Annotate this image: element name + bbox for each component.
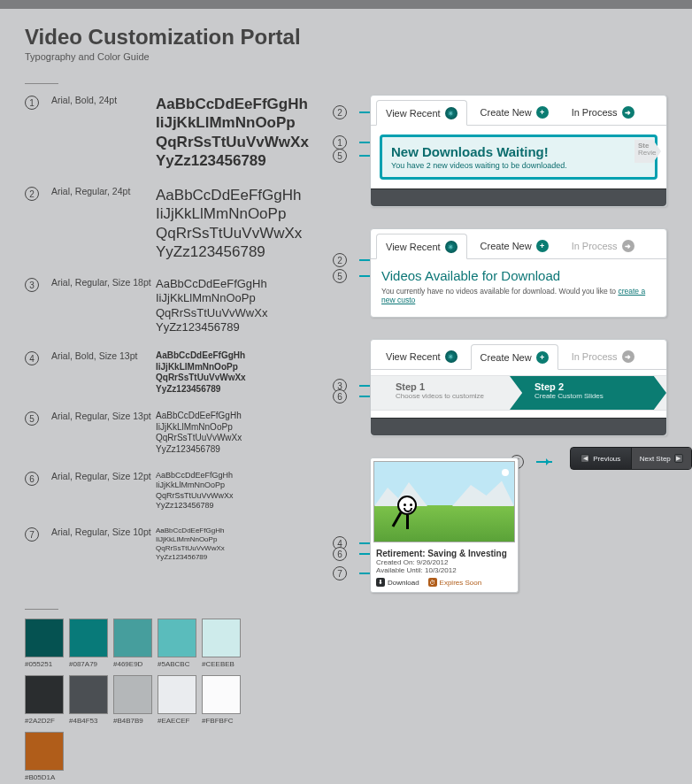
process-icon xyxy=(622,106,634,119)
swatch-label: #CEEBEB xyxy=(202,660,241,668)
swatch-color xyxy=(202,619,241,657)
tab-view-recent-2[interactable]: View Recent xyxy=(376,234,467,259)
top-accent-bar xyxy=(0,0,692,9)
plus-icon: + xyxy=(536,240,549,252)
download-icon: ⬇ xyxy=(376,578,385,587)
divider xyxy=(25,609,58,610)
panel-footer xyxy=(371,418,666,435)
tabs-2: View Recent Create New+ In Process xyxy=(371,229,666,259)
recent-icon xyxy=(445,350,457,363)
spec-sample: AaBbCcDdEeFfGgHhIiJjKkLlMmNnOoPpQqRrSsTt… xyxy=(156,527,225,562)
tab-in-process[interactable]: In Process xyxy=(562,99,644,125)
spec-number-badge: 7 xyxy=(25,527,39,542)
example-panel-3: View Recent Create New+ In Process Step … xyxy=(370,339,667,436)
notification-desc: You have 2 new videos waiting to be down… xyxy=(391,161,646,170)
spec-label: Arial, Bold, 24pt xyxy=(51,95,156,107)
spec-label: Arial, Regular, Size 13pt xyxy=(51,411,156,423)
type-spec-row: 4Arial, Bold, Size 13ptAaBbCcDdEeFfGgHhI… xyxy=(25,350,317,395)
notification-banner: ✕ New Downloads Waiting! You have 2 new … xyxy=(380,135,657,180)
step-2[interactable]: Step 2 Create Custom Slides xyxy=(510,376,666,410)
color-swatch: #B05D1A xyxy=(25,732,64,781)
swatch-color xyxy=(69,619,108,657)
video-thumbnail xyxy=(373,461,515,542)
notification-title: New Downloads Waiting! xyxy=(391,144,646,159)
step-indicator: Step 1 Choose videos to customize Step 2… xyxy=(371,375,666,411)
previous-button[interactable]: ◀Previous xyxy=(571,448,631,469)
color-swatch: #CEEBEB xyxy=(202,619,241,668)
type-spec-row: 2Arial, Regular, 24ptAaBbCcDdEeFfGgHhIiJ… xyxy=(25,186,317,261)
swatch-color xyxy=(113,619,152,657)
swatch-label: #4B4F53 xyxy=(69,717,108,725)
swatch-color xyxy=(113,675,152,714)
swatch-label: #469E9D xyxy=(113,660,152,668)
panel2-desc: You currently have no videos available f… xyxy=(381,287,656,304)
tab-in-process-3[interactable]: In Process xyxy=(562,343,644,369)
spec-number-badge: 1 xyxy=(25,96,39,110)
divider xyxy=(25,83,58,84)
swatch-label: #FBFBFC xyxy=(202,717,241,725)
example-panel-1: View Recent Create New+ In Process ✕ New… xyxy=(370,95,667,207)
spec-sample: AaBbCcDdEeFfGgHhIiJjKkLlMmNnOoPpQqRrSsTt… xyxy=(156,471,234,511)
color-swatch: #087A79 xyxy=(69,619,108,668)
examples-column: 2 1 5 View Recent Create New+ In Process… xyxy=(334,95,667,593)
spec-number-badge: 5 xyxy=(25,411,39,426)
swatch-label: #5ABCBC xyxy=(158,660,196,668)
color-swatch: #FBFBFC xyxy=(202,675,241,725)
type-spec-row: 6Arial, Regular, Size 12ptAaBbCcDdEeFfGg… xyxy=(25,471,317,511)
page-title: Video Customization Portal xyxy=(25,25,667,50)
spec-sample: AaBbCcDdEeFfGgHhIiJjKkLlMmNnOoPpQqRrSsTt… xyxy=(156,186,302,261)
tab-create-new-2[interactable]: Create New+ xyxy=(471,233,558,258)
step-1[interactable]: Step 1 Choose videos to customize xyxy=(371,376,527,410)
spec-label: Arial, Regular, Size 10pt xyxy=(51,527,156,539)
spec-number-badge: 4 xyxy=(25,351,39,365)
spec-sample: AaBbCcDdEeFfGgHhIiJjKkLlMmNnOoPpQqRrSsTt… xyxy=(156,277,267,334)
spec-label: Arial, Regular, Size 12pt xyxy=(51,471,156,483)
color-swatches: #055251#087A79#469E9D#5ABCBC#CEEBEB#2A2D… xyxy=(25,619,667,781)
color-swatch: #5ABCBC xyxy=(158,619,196,668)
spec-number-badge: 3 xyxy=(25,278,39,292)
typography-list: 1Arial, Bold, 24ptAaBbCcDdEeFfGgHhIiJjKk… xyxy=(25,95,317,593)
swatch-label: #EAECEF xyxy=(158,717,196,725)
tab-create-new-3[interactable]: Create New+ xyxy=(471,344,558,370)
type-spec-row: 3Arial, Regular, Size 18ptAaBbCcDdEeFfGg… xyxy=(25,277,317,334)
chevron-right-icon: ▶ xyxy=(674,454,683,463)
tab-view-recent-3[interactable]: View Recent xyxy=(376,343,467,369)
chevron-left-icon: ◀ xyxy=(581,454,589,463)
clock-icon: ⏱ xyxy=(428,578,437,587)
color-swatch: #469E9D xyxy=(113,619,152,668)
process-icon xyxy=(622,350,634,363)
spec-sample: AaBbCcDdEeFfGgHhIiJjKkLlMmNnOoPpQqRrSsTt… xyxy=(156,411,242,455)
spec-number-badge: 2 xyxy=(25,187,39,201)
tab-in-process-2[interactable]: In Process xyxy=(562,233,644,258)
recent-icon xyxy=(445,241,457,253)
swatch-label: #2A2D2F xyxy=(25,717,64,725)
pager: ◀Previous Next Step▶ xyxy=(570,447,692,470)
panel2-heading: Videos Available for Download xyxy=(381,268,656,283)
color-swatch: #B4B7B9 xyxy=(113,675,152,725)
swatch-color xyxy=(158,675,196,714)
swatch-color xyxy=(69,675,108,714)
download-action[interactable]: ⬇Download xyxy=(376,578,419,587)
swatch-label: #055251 xyxy=(25,660,64,668)
swatch-color xyxy=(202,675,241,714)
tab-create-new[interactable]: Create New+ xyxy=(471,99,558,125)
spec-label: Arial, Regular, Size 18pt xyxy=(51,277,156,289)
type-spec-row: 1Arial, Bold, 24ptAaBbCcDdEeFfGgHhIiJjKk… xyxy=(25,95,317,170)
spec-sample: AaBbCcDdEeFfGgHhIiJjKkLlMmNnOoPpQqRrSsTt… xyxy=(156,350,246,395)
tab-view-recent[interactable]: View Recent xyxy=(376,100,467,126)
swatch-label: #B4B7B9 xyxy=(113,717,152,725)
type-spec-row: 5Arial, Regular, Size 13ptAaBbCcDdEeFfGg… xyxy=(25,411,317,455)
color-swatch: #2A2D2F xyxy=(25,675,64,725)
spec-number-badge: 6 xyxy=(25,472,39,486)
plus-icon: + xyxy=(536,351,549,364)
process-icon xyxy=(622,240,634,252)
video-card[interactable]: Retirement: Saving & Investing Created O… xyxy=(370,457,519,593)
recent-icon xyxy=(445,107,457,119)
swatch-color xyxy=(25,619,64,657)
plus-icon: + xyxy=(536,106,549,119)
card-created: Created On: 9/26/2012 xyxy=(376,558,512,566)
color-swatch: #4B4F53 xyxy=(69,675,108,725)
swatch-color xyxy=(158,619,196,657)
card-expires: Available Until: 10/3/2012 xyxy=(376,566,512,574)
next-step-button[interactable]: Next Step▶ xyxy=(631,448,692,469)
